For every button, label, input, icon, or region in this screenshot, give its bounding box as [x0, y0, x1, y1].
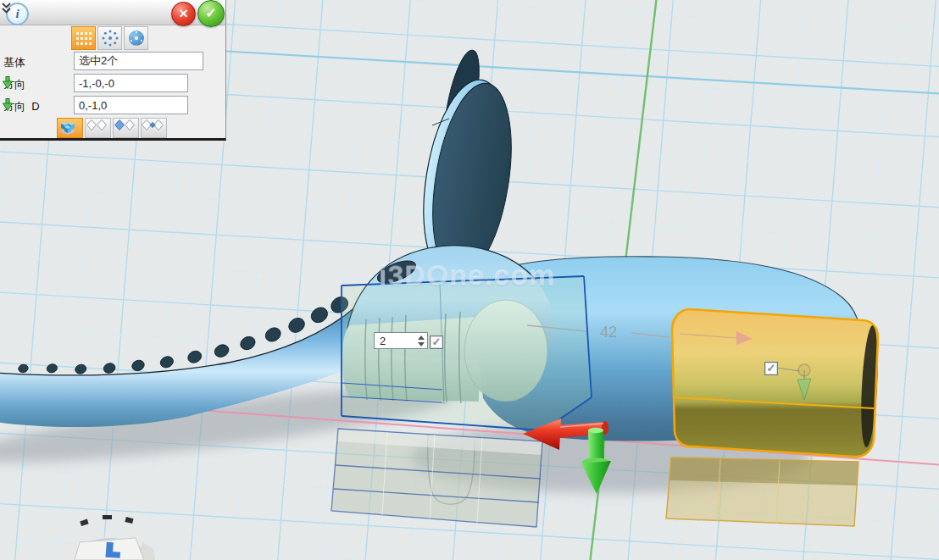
instance-checkbox-left[interactable]: ✓ — [430, 335, 443, 349]
pick-direction-icon[interactable] — [0, 75, 15, 91]
linear-pattern-button[interactable] — [71, 26, 96, 50]
linear-pattern-icon — [76, 32, 79, 35]
mode-both-button[interactable] — [85, 118, 111, 138]
base-field-label: 基体 — [3, 55, 25, 70]
pattern-preview-box-right — [666, 457, 858, 526]
pattern-dialog: i ✕ ✓ 基体 方向 方向 D — [0, 0, 226, 141]
circular-pattern-icon — [108, 36, 112, 40]
pattern-preview-box-left — [331, 429, 542, 527]
spinner-buttons[interactable] — [414, 333, 427, 348]
base-field-input[interactable] — [74, 52, 203, 70]
spinner-up-icon[interactable] — [418, 335, 425, 340]
sphere-pattern-icon — [129, 30, 144, 46]
pattern-count-input[interactable] — [375, 333, 414, 348]
direction2-field-input[interactable] — [74, 96, 188, 114]
mode-middle-button[interactable] — [141, 118, 167, 138]
diamond-filled-pair-icon — [114, 119, 136, 131]
selected-cylinder-yellow[interactable] — [672, 309, 881, 457]
instance-checkbox-right[interactable]: ✓ — [764, 362, 778, 375]
collapse-chevron-icon[interactable] — [0, 0, 13, 17]
pick-direction2-icon[interactable] — [0, 97, 15, 113]
direction-field-input[interactable] — [74, 74, 188, 92]
diamond-pair-icon — [86, 119, 108, 131]
sphere-pattern-button[interactable] — [124, 26, 148, 50]
spinner-down-icon[interactable] — [418, 342, 425, 347]
cad-viewport[interactable]: 42 — [0, 0, 939, 560]
mode-first-button[interactable] — [113, 118, 139, 138]
circular-pattern-button[interactable] — [97, 26, 122, 50]
cancel-button[interactable]: ✕ — [171, 2, 196, 26]
confirm-button[interactable]: ✓ — [197, 0, 225, 27]
dimension-label: 42 — [600, 324, 617, 341]
cubes-stack-icon — [58, 119, 78, 136]
pattern-count-spinner[interactable] — [374, 332, 428, 349]
selection-box-blue — [342, 276, 592, 430]
pattern-instances-button[interactable] — [57, 118, 83, 138]
diamond-center-icon — [142, 119, 164, 131]
